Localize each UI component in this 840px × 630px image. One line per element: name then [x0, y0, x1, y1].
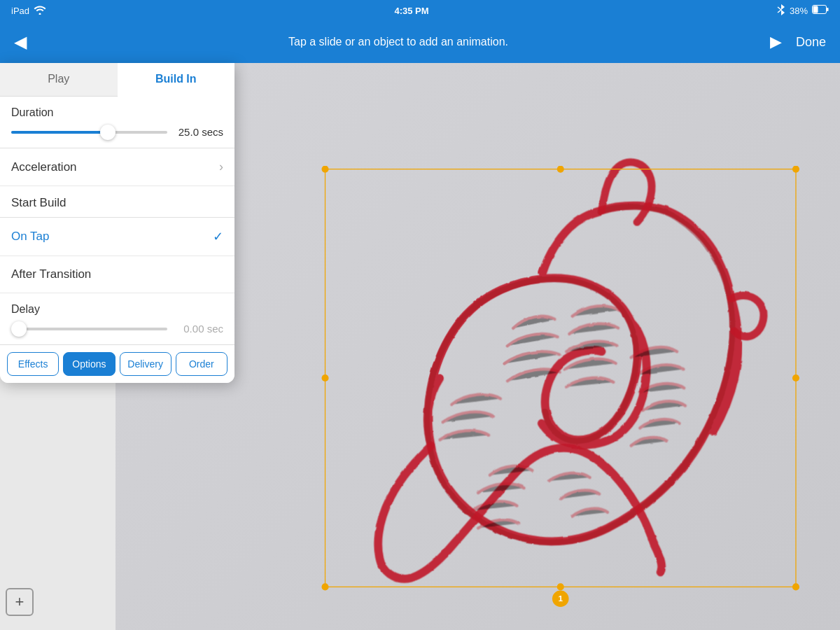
tab-effects[interactable]: Effects [7, 352, 59, 376]
delay-thumb[interactable] [11, 321, 27, 337]
handle-ml[interactable] [321, 374, 328, 382]
tab-delivery[interactable]: Delivery [120, 352, 172, 376]
handle-tr[interactable] [792, 166, 799, 173]
wifi-icon [34, 5, 46, 17]
duration-slider-row: 25.0 secs [0, 123, 234, 148]
duration-track[interactable] [11, 131, 167, 134]
on-tap-row[interactable]: On Tap ✓ [0, 218, 234, 256]
handle-br[interactable] [792, 583, 799, 590]
svg-rect-2 [827, 8, 829, 11]
status-time: 4:35 PM [394, 6, 428, 16]
canvas-svg: 1 [231, 126, 840, 630]
popup-content: Duration 25.0 secs Acceleration › Start … [0, 97, 234, 344]
handle-tm[interactable] [557, 166, 564, 173]
duration-value: 25.0 secs [174, 126, 223, 138]
acceleration-chevron-icon: › [219, 160, 223, 174]
delay-slider-row: 0.00 sec [0, 320, 234, 344]
duration-thumb[interactable] [100, 125, 115, 140]
add-slide-button[interactable]: + [6, 588, 34, 616]
acceleration-row[interactable]: Acceleration › [0, 148, 234, 186]
toolbar: ◀ Tap a slide or an object to add an ani… [0, 21, 840, 63]
back-button[interactable]: ◀ [14, 32, 27, 52]
device-label: iPad [11, 6, 29, 16]
duration-label: Duration [0, 97, 234, 123]
start-build-label: Start Build [0, 186, 234, 218]
status-left: iPad [11, 5, 46, 17]
status-bar: iPad 4:35 PM 38% [0, 0, 840, 21]
checkmark-icon: ✓ [213, 229, 223, 244]
tab-play[interactable]: Play [0, 63, 118, 96]
tab-options[interactable]: Options [63, 352, 115, 376]
on-tap-label: On Tap [11, 230, 50, 244]
delay-track[interactable] [11, 328, 167, 330]
done-button[interactable]: Done [796, 35, 826, 50]
acceleration-label: Acceleration [11, 160, 77, 174]
bluetooth-icon [777, 4, 785, 18]
svg-rect-1 [813, 6, 818, 13]
animation-popup: Play Build In Duration 25.0 secs Acceler… [0, 63, 234, 383]
delay-value: 0.00 sec [174, 323, 223, 335]
status-right: 38% [777, 4, 829, 18]
handle-bm[interactable] [557, 583, 564, 590]
handle-tl[interactable] [321, 166, 328, 173]
bottom-tabs: Effects Options Delivery Order [0, 344, 234, 383]
handle-bl[interactable] [321, 583, 328, 590]
after-transition-row[interactable]: After Transition [0, 256, 234, 293]
handle-mr[interactable] [792, 374, 799, 382]
tab-order[interactable]: Order [176, 352, 227, 376]
battery-icon [812, 5, 829, 16]
tab-buildin[interactable]: Build In [118, 63, 235, 97]
after-transition-label: After Transition [11, 267, 91, 281]
play-button[interactable]: ▶ [770, 33, 782, 51]
toolbar-instruction: Tap a slide or an object to add an anima… [27, 36, 770, 48]
order-number: 1 [558, 594, 563, 603]
popup-tabs: Play Build In [0, 63, 234, 97]
battery-label: 38% [790, 6, 808, 16]
duration-fill [11, 131, 108, 134]
delay-label: Delay [0, 293, 234, 320]
